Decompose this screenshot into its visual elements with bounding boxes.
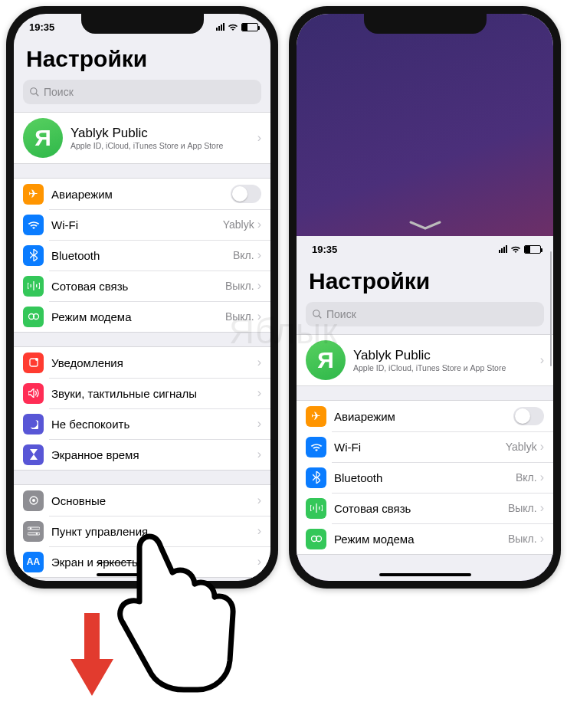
hotspot-label: Режим модема <box>334 533 508 546</box>
hotspot-icon <box>306 529 326 549</box>
row-notifications[interactable]: Уведомления › <box>14 347 270 378</box>
chevron-right-icon: › <box>540 353 544 367</box>
row-airplane[interactable]: ✈ Авиарежим <box>297 401 553 431</box>
cellular-signal-icon <box>499 245 507 253</box>
svg-point-11 <box>35 533 37 534</box>
row-sounds[interactable]: Звуки, тактильные сигналы › <box>14 378 270 408</box>
shifted-settings: 19:35 Настройки Поиск Я <box>297 236 553 581</box>
row-cellular[interactable]: Сотовая связь Выкл. › <box>14 271 270 301</box>
bluetooth-icon <box>23 245 44 266</box>
airplane-toggle[interactable] <box>513 407 544 425</box>
general-label: Основные <box>51 494 257 507</box>
screentime-label: Экранное время <box>51 448 257 461</box>
hotspot-value: Выкл. <box>225 310 254 323</box>
wifi-label: Wi-Fi <box>51 218 223 231</box>
sounds-icon <box>23 383 44 404</box>
cellular-icon <box>23 276 44 297</box>
row-bluetooth[interactable]: Bluetooth Вкл. › <box>14 240 270 271</box>
svg-point-0 <box>31 88 37 94</box>
row-hotspot[interactable]: Режим модема Выкл. › <box>297 523 553 554</box>
row-wifi[interactable]: Wi-Fi Yablyk › <box>14 209 270 240</box>
airplane-icon: ✈ <box>306 406 326 427</box>
search-icon <box>312 309 323 320</box>
airplane-toggle[interactable] <box>231 185 261 203</box>
status-time: 19:35 <box>312 244 337 255</box>
sounds-label: Звуки, тактильные сигналы <box>51 387 257 400</box>
row-apple-id[interactable]: Я Yablyk Public Apple ID, iCloud, iTunes… <box>297 335 553 385</box>
group-connectivity: ✈ Авиарежим Wi-Fi Yablyk › <box>297 400 553 555</box>
svg-rect-10 <box>28 533 40 535</box>
bluetooth-value: Вкл. <box>516 471 537 484</box>
home-indicator[interactable] <box>379 573 471 576</box>
row-dnd[interactable]: Не беспокоить › <box>14 408 270 439</box>
chevron-right-icon: › <box>257 131 261 145</box>
airplane-label: Авиарежим <box>51 188 231 201</box>
notifications-icon <box>23 353 44 373</box>
down-arrow-icon <box>69 613 115 700</box>
search-input[interactable]: Поиск <box>23 80 261 104</box>
search-placeholder: Поиск <box>326 308 356 320</box>
chevron-right-icon: › <box>257 310 261 323</box>
airplane-label: Авиарежим <box>334 410 513 423</box>
avatar: Я <box>23 118 63 158</box>
wifi-icon <box>228 23 238 31</box>
bluetooth-label: Bluetooth <box>51 249 233 262</box>
row-screentime[interactable]: Экранное время › <box>14 439 270 470</box>
screen-left: 19:35 Настройки Поиск Я Yablyk Public <box>14 14 270 581</box>
phone-right: 19:35 Настройки Поиск Я <box>289 6 561 589</box>
cellular-label: Сотовая связь <box>51 280 225 293</box>
chevron-right-icon: › <box>257 386 261 400</box>
row-airplane[interactable]: ✈ Авиарежим <box>14 179 270 209</box>
row-wifi[interactable]: Wi-Fi Yablyk › <box>297 431 553 462</box>
bluetooth-value: Вкл. <box>233 249 254 261</box>
chevron-right-icon: › <box>257 524 261 538</box>
avatar: Я <box>306 340 346 380</box>
search-input[interactable]: Поиск <box>306 302 544 326</box>
screen-right: 19:35 Настройки Поиск Я <box>297 14 553 581</box>
search-icon <box>29 87 40 97</box>
bluetooth-label: Bluetooth <box>334 471 516 484</box>
chevron-right-icon: › <box>540 501 544 515</box>
svg-point-9 <box>29 527 31 529</box>
hotspot-icon <box>23 307 44 327</box>
chevron-right-icon: › <box>257 417 261 431</box>
wifi-icon <box>510 245 521 253</box>
row-cellular[interactable]: Сотовая связь Выкл. › <box>297 493 553 523</box>
chevron-right-icon: › <box>257 356 261 369</box>
cellular-signal-icon <box>216 23 225 31</box>
row-hotspot[interactable]: Режим модема Выкл. › <box>14 301 270 332</box>
chevron-right-icon: › <box>540 471 544 484</box>
control-center-icon <box>23 521 44 542</box>
notch <box>81 14 204 34</box>
status-time: 19:35 <box>29 21 54 33</box>
row-bluetooth[interactable]: Bluetooth Вкл. › <box>297 462 553 493</box>
chevron-right-icon: › <box>257 448 261 461</box>
reachability-chevron-icon[interactable] <box>409 221 441 230</box>
hotspot-label: Режим модема <box>51 310 225 323</box>
airplane-icon: ✈ <box>23 184 44 205</box>
chevron-right-icon: › <box>540 532 544 546</box>
settings-title: Настройки <box>14 40 270 75</box>
phone-left: 19:35 Настройки Поиск Я Yablyk Public <box>6 6 278 589</box>
battery-icon <box>524 245 541 254</box>
status-right <box>216 23 258 31</box>
status-right <box>499 245 541 254</box>
apple-id-name: Yablyk Public <box>70 126 257 141</box>
svg-line-1 <box>36 93 39 97</box>
wifi-value: Yablyk <box>223 218 254 231</box>
bluetooth-icon <box>306 467 326 488</box>
notch <box>364 14 487 34</box>
group-notifications: Уведомления › Звуки, тактильные сигналы … <box>14 346 270 471</box>
moon-icon <box>23 414 44 435</box>
apple-id-subtitle: Apple ID, iCloud, iTunes Store и App Sto… <box>70 141 257 150</box>
row-general[interactable]: Основные › <box>14 485 270 516</box>
row-apple-id[interactable]: Я Yablyk Public Apple ID, iCloud, iTunes… <box>14 113 270 163</box>
dnd-label: Не беспокоить <box>51 418 257 431</box>
battery-icon <box>241 23 258 31</box>
chevron-right-icon: › <box>540 440 544 454</box>
svg-rect-8 <box>28 527 40 530</box>
svg-point-5 <box>35 358 38 361</box>
scrollbar[interactable] <box>550 251 552 366</box>
hotspot-value: Выкл. <box>508 533 537 545</box>
hourglass-icon <box>23 444 44 465</box>
